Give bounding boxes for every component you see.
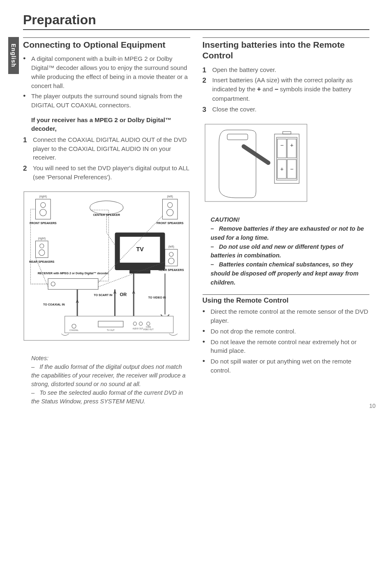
list-item: 3Close the cover. <box>203 105 370 114</box>
svg-text:TV: TV <box>136 246 144 252</box>
svg-rect-13 <box>35 241 48 257</box>
page-number: 10 <box>369 403 376 409</box>
svg-text:OR: OR <box>120 292 127 297</box>
list-item: A digital component with a built-in MPEG… <box>23 54 190 90</box>
step-text: Connect the COAXIAL DIGITAL AUDIO OUT of… <box>33 136 187 161</box>
note-item: To see the selected audio format of the … <box>31 389 183 405</box>
battery-steps: 1Open the battery cover. 2Insert batteri… <box>203 65 370 114</box>
svg-text:−: − <box>290 166 293 172</box>
heading-connecting: Connecting to Optional Equipment <box>23 37 190 50</box>
list-item: Do not leave the remote control near ext… <box>203 338 370 356</box>
list-item: Do not spill water or put anything wet o… <box>203 357 370 375</box>
svg-point-11 <box>90 201 123 214</box>
left-column: Connecting to Optional Equipment A digit… <box>23 37 190 406</box>
svg-rect-27 <box>48 278 98 289</box>
svg-rect-51 <box>274 134 299 183</box>
heading-batteries: Inserting batteries into the Remote Cont… <box>203 37 370 61</box>
caution-item: Batteries contain chemical substances, s… <box>211 261 359 286</box>
caution-item: Do not use old and new or different type… <box>211 243 344 259</box>
svg-text:REAR SPEAKERS: REAR SPEAKERS <box>29 260 54 263</box>
step-text: Open the battery cover. <box>212 66 277 73</box>
list-item: Direct the remote control at the remote … <box>203 307 370 325</box>
list-item: The player outputs the surround sound si… <box>23 92 190 110</box>
step-text: You will need to set the DVD player's di… <box>33 164 189 181</box>
svg-text:TO COAXIAL IN: TO COAXIAL IN <box>43 303 65 306</box>
using-remote-bullets: Direct the remote control at the remote … <box>203 307 370 375</box>
svg-text:COAXIAL: COAXIAL <box>69 329 78 331</box>
svg-text:FRONT SPEAKERS: FRONT SPEAKERS <box>157 222 184 225</box>
svg-text:VIDEO OUT: VIDEO OUT <box>143 329 153 331</box>
svg-text:AUDIO OUT: AUDIO OUT <box>133 328 143 330</box>
wiring-diagram: (right) FRONT SPEAKERS (left) FRONT SPEA… <box>23 191 190 341</box>
caution-item: Remove batteries if they are exhausted o… <box>211 225 364 241</box>
page-title: Preparation <box>23 12 369 30</box>
svg-text:TO SCART IN: TO SCART IN <box>94 294 112 297</box>
list-item: 1Open the battery cover. <box>203 65 370 74</box>
list-item: 2Insert batteries (AA size) with the cor… <box>203 76 370 103</box>
connecting-bullets: A digital component with a built-in MPEG… <box>23 54 190 110</box>
svg-text:+: + <box>280 166 283 172</box>
svg-text:CVBS: CVBS <box>146 326 151 328</box>
svg-text:TO VIDEO IN: TO VIDEO IN <box>148 296 166 299</box>
notes-block: Notes: – If the audio format of the digi… <box>23 354 190 406</box>
right-column: Inserting batteries into the Remote Cont… <box>203 37 370 406</box>
svg-text:RECEIVER with MPEG 2 or Dolby : RECEIVER with MPEG 2 or Dolby Digital™ d… <box>38 272 109 275</box>
step-text: Close the cover. <box>212 106 257 113</box>
notes-header: Notes: <box>31 355 48 361</box>
list-item: Do not drop the remote control. <box>203 327 370 336</box>
svg-text:(right): (right) <box>38 236 46 240</box>
step-text: Insert batteries (AA size) with the corr… <box>212 76 353 102</box>
svg-rect-38 <box>65 316 173 333</box>
svg-text:TV OUT: TV OUT <box>107 329 115 331</box>
svg-text:−: − <box>280 142 283 148</box>
svg-text:+: + <box>290 142 293 148</box>
heading-using-remote: Using the Remote Control <box>203 294 370 305</box>
svg-rect-61 <box>283 132 291 134</box>
note-item: If the audio format of the digital outpu… <box>31 363 186 387</box>
svg-text:(left): (left) <box>167 195 173 198</box>
svg-text:(right): (right) <box>39 195 47 198</box>
list-item: 1Connect the COAXIAL DIGITAL AUDIO OUT o… <box>23 135 190 162</box>
sub-heading-decoder: If your receiver has a MPEG 2 or Dolby D… <box>31 116 190 133</box>
connecting-steps: 1Connect the COAXIAL DIGITAL AUDIO OUT o… <box>23 135 190 182</box>
svg-text:(left): (left) <box>168 245 174 248</box>
svg-text:FRONT SPEAKERS: FRONT SPEAKERS <box>30 222 57 225</box>
language-tab: English <box>8 37 19 74</box>
svg-rect-26 <box>129 270 150 273</box>
list-item: 2You will need to set the DVD player's d… <box>23 164 190 182</box>
caution-header: CAUTION! <box>211 215 370 225</box>
caution-block: CAUTION! – Remove batteries if they are … <box>203 215 370 287</box>
svg-rect-18 <box>165 249 178 266</box>
remote-battery-diagram: − + + − <box>203 122 309 204</box>
